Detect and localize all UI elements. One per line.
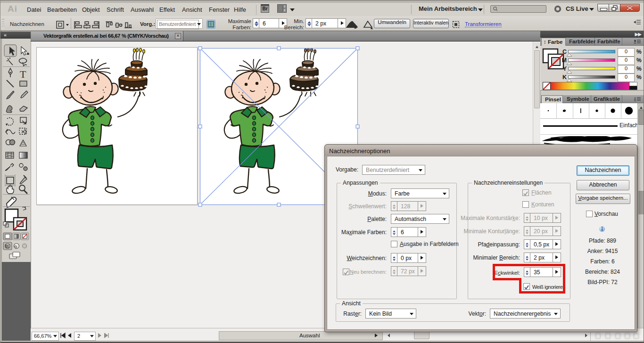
svg-text:«: «: [4, 32, 7, 38]
svg-text:T: T: [20, 68, 26, 80]
